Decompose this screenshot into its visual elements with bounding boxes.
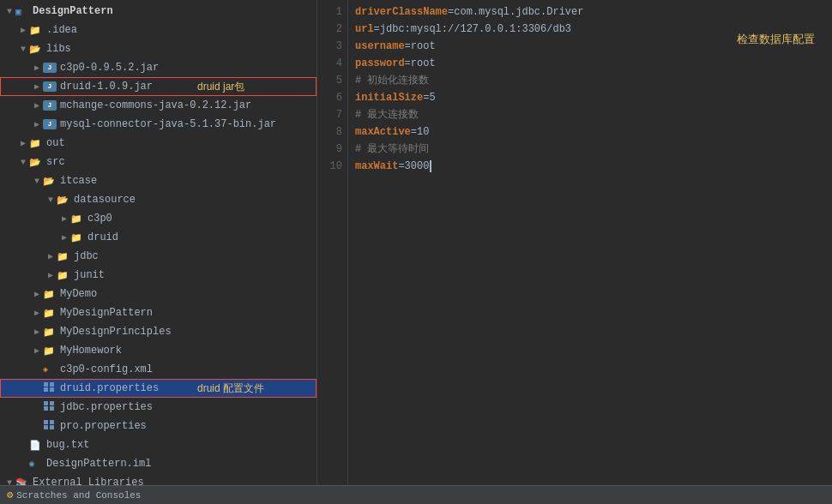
arrow-MyDesignPattern[interactable] xyxy=(31,308,43,318)
tree-item-root[interactable]: ▣DesignPattern xyxy=(0,2,317,21)
tree-item-MyHomework[interactable]: 📁MyHomework xyxy=(0,341,317,360)
svg-rect-3 xyxy=(50,387,54,392)
tree-item-libs[interactable]: 📂libs xyxy=(0,39,317,58)
arrow-mchange-jar[interactable] xyxy=(31,100,43,111)
arrow-idea[interactable] xyxy=(17,25,29,35)
svg-rect-4 xyxy=(44,401,48,405)
folder-icon-out: 📁 xyxy=(29,138,43,149)
tree-item-itcase[interactable]: 📂itcase xyxy=(0,171,317,190)
tree-item-MyDemo[interactable]: 📁MyDemo xyxy=(0,285,317,303)
tree-item-pro-props[interactable]: pro.properties xyxy=(0,417,317,435)
tree-item-src[interactable]: 📂src xyxy=(0,153,317,171)
folder-icon-MyDemo: 📁 xyxy=(43,289,57,300)
svg-rect-6 xyxy=(44,406,48,411)
folder-icon-junit: 📁 xyxy=(57,270,70,281)
tree-item-druid[interactable]: 📁druid xyxy=(0,228,317,247)
tree-item-c3p0-config[interactable]: ◈c3p0-config.xml xyxy=(0,360,317,379)
tree-label-MyDesignPrinciples: MyDesignPrinciples xyxy=(60,326,172,338)
tree-label-mchange-jar: mchange-commons-java-0.2.12.jar xyxy=(60,99,251,111)
svg-rect-2 xyxy=(44,387,48,392)
jar-icon-mchange-jar: J xyxy=(43,100,57,111)
folder-icon-itcase: 📂 xyxy=(43,176,57,187)
tree-label-root: DesignPattern xyxy=(33,5,113,17)
tree-item-datasource[interactable]: 📂datasource xyxy=(0,190,317,209)
tree-item-druid-props[interactable]: druid.propertiesdruid 配置文件 xyxy=(0,379,317,398)
arrow-MyDemo[interactable] xyxy=(31,289,43,299)
arrow-MyDesignPrinciples[interactable] xyxy=(31,327,43,337)
tree-item-jdbc-props[interactable]: jdbc.properties xyxy=(0,398,317,417)
svg-rect-8 xyxy=(44,420,48,424)
svg-rect-11 xyxy=(50,425,54,429)
arrow-ext-libs[interactable] xyxy=(3,478,15,486)
arrow-druid[interactable] xyxy=(58,232,70,243)
arrow-src[interactable] xyxy=(17,158,29,167)
tree-item-ext-libs[interactable]: 📚External Libraries xyxy=(0,473,317,485)
tree-label-design-iml: DesignPattern.iml xyxy=(46,458,151,470)
code-line-10: maxWait=3000 xyxy=(355,158,825,175)
jar-icon-c3p0-jar: J xyxy=(43,63,57,73)
arrow-c3p0[interactable] xyxy=(58,213,70,224)
tree-label-druid-jar: druid-1.0.9.jar xyxy=(60,81,153,93)
line-number-8: 8 xyxy=(317,123,342,141)
arrow-c3p0-jar[interactable] xyxy=(31,63,43,73)
line-number-2: 2 xyxy=(317,21,342,38)
extlibs-icon-ext-libs: 📚 xyxy=(15,477,29,486)
arrow-MyHomework[interactable] xyxy=(31,345,43,356)
tree-item-design-iml[interactable]: ◉DesignPattern.iml xyxy=(0,454,317,473)
arrow-junit[interactable] xyxy=(45,270,57,280)
sidebar[interactable]: ▣DesignPattern📁.idea📂libsJc3p0-0.9.5.2.j… xyxy=(0,0,317,485)
tree-item-MyDesignPattern[interactable]: 📁MyDesignPattern xyxy=(0,303,317,322)
editor-area: 12345678910 driverClassName=com.mysql.jd… xyxy=(317,0,832,485)
tree-label-mysql-jar: mysql-connector-java-5.1.37-bin.jar xyxy=(60,118,276,130)
folder-icon-druid: 📁 xyxy=(70,232,84,243)
tree-item-c3p0-jar[interactable]: Jc3p0-0.9.5.2.jar xyxy=(0,58,317,77)
xml-icon-c3p0-config: ◈ xyxy=(43,364,57,375)
props-icon-jdbc-props xyxy=(43,400,57,415)
tree-label-junit: junit xyxy=(74,269,105,281)
tree-label-jdbc-props: jdbc.properties xyxy=(60,401,153,413)
code-line-5: # 初始化连接数 xyxy=(355,72,825,89)
folder-icon-MyDesignPrinciples: 📁 xyxy=(43,327,57,338)
tree-item-c3p0[interactable]: 📁c3p0 xyxy=(0,209,317,228)
arrow-druid-jar[interactable] xyxy=(31,81,43,92)
folder-icon-MyDesignPattern: 📁 xyxy=(43,308,57,319)
tree-item-MyDesignPrinciples[interactable]: 📁MyDesignPrinciples xyxy=(0,322,317,341)
arrow-mysql-jar[interactable] xyxy=(31,119,43,129)
tree-item-mysql-jar[interactable]: Jmysql-connector-java-5.1.37-bin.jar xyxy=(0,115,317,134)
code-lines: driverClassName=com.mysql.jdbc.Driverurl… xyxy=(355,3,825,175)
svg-rect-10 xyxy=(44,425,48,429)
arrow-out[interactable] xyxy=(17,138,29,148)
arrow-datasource[interactable] xyxy=(45,195,57,205)
bottom-bar: ⚙ Scratches and Consoles xyxy=(0,485,832,504)
jar-icon-druid-jar: J xyxy=(43,81,57,92)
code-line-4: password=root xyxy=(355,55,825,72)
arrow-libs[interactable] xyxy=(17,45,29,54)
line-number-4: 4 xyxy=(317,55,342,72)
tree-item-druid-jar[interactable]: Jdruid-1.0.9.jardruid jar包 xyxy=(0,77,317,96)
folder-icon-src: 📂 xyxy=(29,157,43,168)
code-line-3: username=root xyxy=(355,38,825,55)
code-line-8: maxActive=10 xyxy=(355,123,825,141)
tree-container: ▣DesignPattern📁.idea📂libsJc3p0-0.9.5.2.j… xyxy=(0,2,317,485)
tree-label-MyDesignPattern: MyDesignPattern xyxy=(60,307,153,319)
tree-item-bug-txt[interactable]: 📄bug.txt xyxy=(0,435,317,454)
tree-label-jdbc: jdbc xyxy=(74,250,99,262)
arrow-root[interactable] xyxy=(3,7,15,16)
tree-label-druid-props: druid.properties xyxy=(60,382,159,394)
tree-label-libs: libs xyxy=(46,43,71,55)
code-line-6: initialSize=5 xyxy=(355,89,825,106)
code-line-2: url=jdbc:mysql://127.0.0.1:3306/db3 xyxy=(355,21,825,38)
tree-label-MyDemo: MyDemo xyxy=(60,288,97,300)
arrow-jdbc[interactable] xyxy=(45,251,57,261)
folder-icon-datasource: 📂 xyxy=(57,195,70,206)
tree-label-pro-props: pro.properties xyxy=(60,420,147,432)
folder-icon-c3p0: 📁 xyxy=(70,213,84,225)
arrow-itcase[interactable] xyxy=(31,177,43,186)
tree-item-mchange-jar[interactable]: Jmchange-commons-java-0.2.12.jar xyxy=(0,96,317,115)
tree-item-junit[interactable]: 📁junit xyxy=(0,266,317,285)
tree-item-jdbc[interactable]: 📁jdbc xyxy=(0,247,317,266)
code-area[interactable]: driverClassName=com.mysql.jdbc.Driverurl… xyxy=(348,0,832,485)
tree-item-idea[interactable]: 📁.idea xyxy=(0,21,317,39)
annotation-druid-props: druid 配置文件 xyxy=(197,381,264,396)
tree-item-out[interactable]: 📁out xyxy=(0,134,317,153)
